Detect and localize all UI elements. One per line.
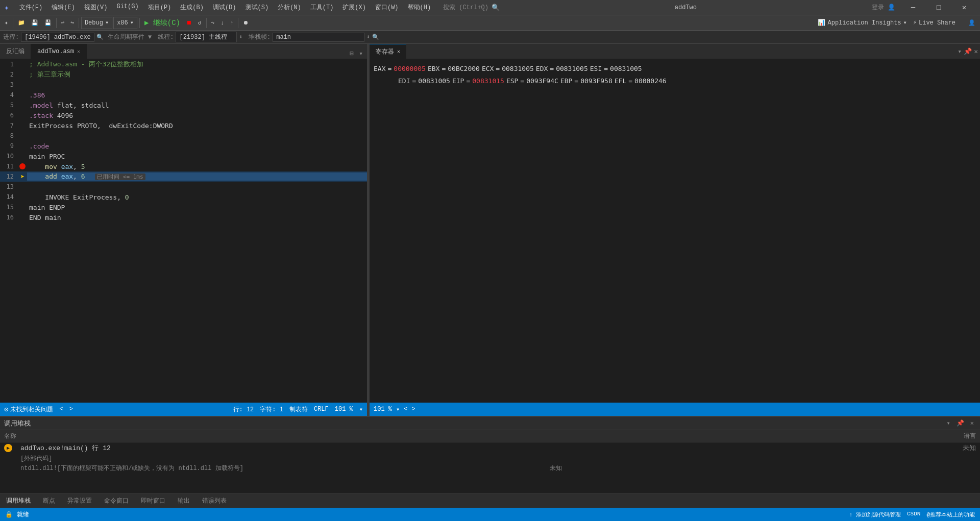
menu-file[interactable]: 文件(F)	[15, 2, 47, 13]
reg-panel-close-btn[interactable]: ✕	[974, 47, 978, 56]
menu-test[interactable]: 测试(S)	[241, 2, 273, 13]
menu-analyze[interactable]: 分析(N)	[274, 2, 305, 13]
frame-lang-1: 未知	[945, 443, 976, 453]
debug-tab-breakpoints[interactable]: 断点	[37, 494, 61, 507]
bottom-panel-dropdown-btn[interactable]: ▾	[945, 418, 952, 428]
debug-tab-errors[interactable]: 错误列表	[196, 494, 233, 507]
disasm-tab[interactable]: 反汇编	[0, 44, 31, 59]
register-tab[interactable]: 寄存器 ✕	[370, 44, 406, 59]
debug-tabs-bar: 调用堆栈 断点 异常设置 命令窗口 即时窗口 输出 错误列表	[0, 493, 980, 508]
window-controls: 登录 👤 ─ □ ✕	[872, 0, 976, 15]
editor-area: 反汇编 addTwo.asm ✕ ⊟ ▾ 1 ; AddTwo.asm - 两个…	[0, 44, 980, 416]
reg-status-nav-right[interactable]: >	[411, 406, 415, 413]
code-line-11: 11 mov eax, 5	[0, 161, 367, 171]
step-into-btn[interactable]: ↓	[218, 17, 227, 29]
minimize-button[interactable]: ─	[901, 0, 925, 15]
toolbar-sep-3	[79, 18, 79, 28]
nav-right-btn[interactable]: >	[69, 406, 73, 413]
title-bar: ✦ 文件(F) 编辑(E) 视图(V) Git(G) 项目(P) 生成(B) 调…	[0, 0, 980, 15]
step-over-btn[interactable]: ↷	[209, 17, 217, 29]
breakpoint-btn[interactable]: ⏺	[240, 17, 251, 29]
save-btn[interactable]: 💾	[29, 17, 41, 29]
call-stack-content: ▶ addTwo.exe!main() 行 12 未知 [外部代码] ntdll…	[0, 442, 980, 493]
continue-btn[interactable]: ▶ 继续(C)	[142, 17, 183, 29]
profile-btn[interactable]: 👤	[966, 17, 978, 29]
stack-selector[interactable]: main	[273, 33, 364, 42]
menu-build[interactable]: 生成(B)	[176, 2, 208, 13]
menu-project[interactable]: 项目(P)	[144, 2, 176, 13]
close-tab-icon[interactable]: ✕	[77, 48, 80, 55]
code-line-12: 12 ➤ add eax, 6 已用时间 <= 1ms	[0, 171, 367, 182]
close-register-tab-icon[interactable]: ✕	[397, 48, 400, 55]
menu-window[interactable]: 窗口(W)	[371, 2, 403, 13]
debug-tab-immediate[interactable]: 即时窗口	[135, 494, 172, 507]
toolbar-sep-5	[206, 18, 207, 28]
code-tab[interactable]: addTwo.asm ✕	[31, 44, 87, 59]
menu-git[interactable]: Git(G)	[112, 2, 142, 13]
redo-btn[interactable]: ↪	[68, 17, 77, 29]
new-project-btn[interactable]: ✦	[2, 17, 11, 29]
debug-mode-dropdown[interactable]: Debug ▾	[81, 17, 112, 29]
exec-arrow-gutter: ➤	[18, 172, 27, 181]
reg-status-zoom[interactable]: 101 %	[374, 406, 392, 413]
undo-btn[interactable]: ↩	[59, 17, 67, 29]
step-out-btn[interactable]: ↑	[228, 17, 236, 29]
process-selector[interactable]: [19496] addTwo.exe	[21, 33, 94, 42]
thread-selector[interactable]: [21932] 主线程	[176, 32, 237, 42]
code-line-6: 6 .stack 4096	[0, 110, 367, 120]
col-indicator: 字符: 1	[260, 405, 283, 414]
error-indicator: ⊙ 未找到相关问题	[4, 405, 53, 414]
debug-tab-callstack[interactable]: 调用堆栈	[0, 494, 37, 507]
menu-view[interactable]: 视图(V)	[80, 2, 112, 13]
menu-edit[interactable]: 编辑(E)	[47, 2, 79, 13]
menu-tools[interactable]: 工具(T)	[306, 2, 338, 13]
reg-panel-pin-btn[interactable]: 📌	[964, 47, 972, 56]
live-share-btn[interactable]: ⚡ Live Share	[913, 19, 955, 27]
debug-tab-exceptions[interactable]: 异常设置	[61, 494, 98, 507]
code-line-1: 1 ; AddTwo.asm - 两个32位整数相加	[0, 59, 367, 69]
recommend-btn[interactable]: @推荐本站上的功能	[926, 511, 975, 518]
bottom-panel-close-btn[interactable]: ✕	[968, 418, 976, 428]
menu-help[interactable]: 帮助(H)	[404, 2, 435, 13]
maximize-button[interactable]: □	[927, 0, 950, 15]
zoom-indicator[interactable]: 101 %	[335, 406, 353, 413]
register-line-2: EDI = 00831005 EIP = 00831015 ESP = 0093…	[374, 76, 976, 87]
restart-btn[interactable]: ↺	[195, 17, 204, 29]
reg-status-nav-left[interactable]: <	[404, 406, 407, 413]
code-area[interactable]: 1 ; AddTwo.asm - 两个32位整数相加 2 ; 第三章示例 3	[0, 59, 367, 403]
nav-left-btn[interactable]: <	[59, 406, 63, 413]
app-state: 🔒	[5, 511, 13, 518]
call-stack-header: 名称 语言	[0, 430, 980, 442]
csdn-btn[interactable]: CSDN	[907, 511, 920, 518]
debug-tab-command[interactable]: 命令窗口	[98, 494, 135, 507]
call-stack-row-1[interactable]: ▶ addTwo.exe!main() 行 12 未知	[0, 442, 980, 454]
register-line-1: EAX = 00000005 EBX = 00BC2000 ECX = 0083…	[374, 63, 976, 75]
platform-dropdown[interactable]: x86 ▾	[113, 17, 137, 29]
debug-bar: 进程: [19496] addTwo.exe 🔍 生命周期事件 ▼ 线程: [2…	[0, 31, 980, 44]
code-line-16: 16 END main	[0, 212, 367, 222]
reg-panel-dropdown-btn[interactable]: ▾	[958, 47, 962, 56]
add-to-source-control-btn[interactable]: ↑ 添加到源代码管理	[849, 511, 901, 518]
debug-tab-output[interactable]: 输出	[172, 494, 196, 507]
bottom-panel-pin-btn[interactable]: 📌	[954, 418, 966, 428]
stack-label: 堆栈帧:	[249, 33, 271, 41]
zoom-dropdown-icon[interactable]: ▾	[359, 406, 363, 413]
menu-debug[interactable]: 调试(D)	[209, 2, 240, 13]
breakpoint-gutter-11[interactable]	[18, 163, 27, 169]
open-btn[interactable]: 📁	[15, 17, 28, 29]
code-line-14: 14 INVOKE ExitProcess, 0	[0, 192, 367, 202]
stop-btn[interactable]: ⏹	[184, 17, 194, 29]
split-editor-btn[interactable]: ⊟	[348, 48, 356, 59]
row-indicator: 行: 12	[233, 405, 254, 414]
breakpoint-11	[19, 163, 26, 169]
process-label: 进程:	[3, 33, 19, 41]
save-all-btn[interactable]: 💾	[42, 17, 54, 29]
more-tabs-btn[interactable]: ▾	[357, 48, 365, 59]
active-frame-icon: ▶	[4, 444, 12, 452]
app-insights-btn[interactable]: 📊 Application Insights ▾	[818, 19, 906, 27]
menu-extensions[interactable]: 扩展(X)	[338, 2, 370, 13]
close-button[interactable]: ✕	[952, 0, 976, 15]
encoding-indicator: CRLF	[314, 406, 329, 413]
reg-status-zoom-icon[interactable]: ▾	[396, 406, 400, 413]
code-line-3: 3	[0, 80, 367, 90]
